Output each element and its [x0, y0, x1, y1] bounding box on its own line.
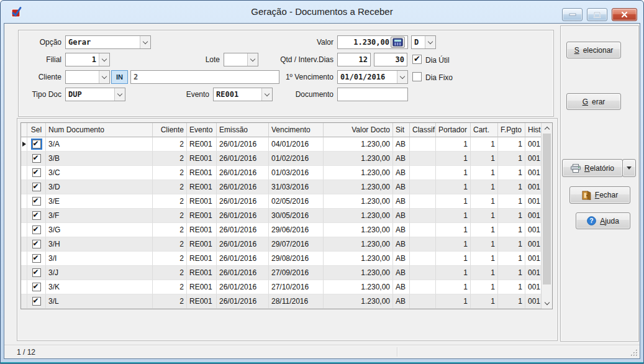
qtd-input[interactable]: 12 [337, 53, 371, 66]
cell-classif [410, 166, 436, 180]
documento-input[interactable] [337, 88, 408, 101]
interv-dias-input[interactable]: 30 [374, 53, 407, 66]
chevron-down-icon[interactable] [114, 88, 125, 101]
cell-portador: 1 [436, 237, 471, 252]
maximize-button[interactable] [587, 8, 607, 21]
filial-select[interactable]: 1 [65, 53, 110, 66]
table-row[interactable]: 3/A 2 RE001 26/01/2016 04/01/2016 1.230,… [21, 137, 541, 152]
opcao-select[interactable]: Gerar [65, 35, 151, 49]
table-row[interactable]: 3/G 2 RE001 26/01/2016 29/06/2016 1.230,… [21, 223, 541, 237]
row-checkbox[interactable] [32, 283, 41, 291]
tipo-doc-select[interactable]: DUP [65, 88, 125, 101]
row-checkbox[interactable] [32, 168, 41, 177]
minimize-button[interactable] [562, 8, 583, 21]
col-header-classif[interactable]: Classif. [410, 123, 436, 137]
chevron-down-icon[interactable] [99, 53, 109, 66]
row-checkbox[interactable] [32, 183, 41, 191]
cell-valor-docto: 1.230,00 [324, 180, 393, 194]
row-indicator [21, 280, 27, 294]
cell-classif [410, 280, 436, 294]
cell-valor-docto: 1.230,00 [324, 209, 393, 223]
calculator-button[interactable] [391, 37, 405, 48]
title-bar[interactable]: Geração - Documentos a Receber [4, 1, 640, 23]
cell-emissao: 26/01/2016 [217, 223, 269, 237]
table-row[interactable]: 3/C 2 RE001 26/01/2016 01/03/2016 1.230,… [21, 166, 541, 180]
dia-util-label: Dia Útil [425, 56, 450, 65]
col-header-vencimento[interactable]: Vencimento [269, 123, 324, 137]
row-checkbox[interactable] [32, 225, 41, 234]
row-checkbox[interactable] [32, 240, 41, 248]
chevron-down-icon[interactable] [140, 36, 150, 48]
dia-util-checkbox[interactable] [412, 55, 422, 64]
gerar-button[interactable]: Gerar [566, 93, 621, 110]
row-checkbox[interactable] [32, 268, 41, 277]
dia-fixo-checkbox[interactable] [412, 72, 422, 81]
table-row[interactable]: 3/F 2 RE001 26/01/2016 30/05/2016 1.230,… [21, 209, 541, 223]
window-bottom-edge [1, 362, 643, 363]
table-row[interactable]: 3/J 2 RE001 26/01/2016 27/09/2016 1.230,… [21, 266, 541, 280]
table-row[interactable]: 3/E 2 RE001 26/01/2016 02/05/2016 1.230,… [21, 194, 541, 209]
col-header-hist[interactable]: Hist. [525, 123, 541, 137]
table-row[interactable]: 3/B 2 RE001 26/01/2016 01/02/2016 1.230,… [21, 152, 541, 166]
chevron-down-icon[interactable] [99, 71, 109, 83]
col-header-portador[interactable]: Portador [436, 123, 471, 137]
relatorio-button[interactable]: Relatório [562, 159, 623, 177]
cell-cart: 1 [471, 194, 498, 209]
cell-sel [27, 223, 46, 237]
scroll-down-icon[interactable] [542, 298, 552, 309]
cell-hist: 001 [525, 237, 541, 252]
valor-unit-select[interactable]: D [411, 35, 436, 49]
cell-vencimento: 29/07/2016 [269, 237, 324, 252]
col-header-evento[interactable]: Evento [187, 123, 217, 137]
row-checkbox[interactable] [32, 211, 41, 220]
scrollbar-thumb[interactable] [543, 134, 551, 284]
cell-valor-docto: 1.230,00 [324, 252, 393, 266]
row-checkbox[interactable] [32, 197, 41, 206]
col-header-num-documento[interactable]: Num Documento [46, 123, 153, 137]
cell-cliente: 2 [153, 152, 187, 166]
cell-cart: 1 [471, 209, 498, 223]
ajuda-button[interactable]: ? Ajuda [576, 212, 630, 229]
cell-fpgto: 1 [498, 194, 525, 209]
col-header-cart[interactable]: Cart. [471, 123, 498, 137]
cell-sit: AB [393, 280, 410, 294]
cell-sit: AB [393, 266, 410, 280]
row-checkbox[interactable] [32, 254, 41, 263]
cell-valor-docto: 1.230,00 [324, 294, 393, 309]
chevron-down-icon[interactable] [425, 36, 435, 48]
table-row[interactable]: 3/L 2 RE001 26/01/2016 28/11/2016 1.230,… [21, 294, 541, 309]
fechar-button[interactable]: Fechar [569, 186, 630, 204]
col-header-emissao[interactable]: Emissão [217, 123, 269, 137]
chevron-down-icon[interactable] [397, 71, 407, 83]
close-button[interactable] [612, 8, 637, 21]
record-position: 1 / 12 [4, 348, 35, 357]
cell-valor-docto: 1.230,00 [324, 166, 393, 180]
row-checkbox[interactable] [32, 297, 41, 306]
col-header-valor-docto[interactable]: Valor Docto [324, 123, 393, 137]
selecionar-button[interactable]: Selecionar [566, 42, 621, 58]
primeiro-vencimento-datepicker[interactable]: 01/01/2016 [337, 70, 408, 84]
grid-scrollbar[interactable] [541, 123, 552, 309]
table-row[interactable]: 3/I 2 RE001 26/01/2016 29/08/2016 1.230,… [21, 252, 541, 266]
scroll-up-icon[interactable] [542, 123, 552, 134]
cell-evento: RE001 [187, 166, 217, 180]
in-filter-button[interactable]: IN [111, 70, 128, 84]
interv-dias-value: 30 [377, 55, 404, 64]
col-header-fpgto[interactable]: F.Pgto [498, 123, 525, 137]
cell-hist: 001 [525, 280, 541, 294]
relatorio-dropdown-button[interactable] [622, 159, 636, 177]
cell-portador: 1 [436, 252, 471, 266]
col-header-sel[interactable]: Sel [27, 123, 46, 137]
valor-input[interactable]: 1.230,00 [337, 35, 408, 49]
resize-grip[interactable] [630, 349, 638, 357]
cell-vencimento: 01/03/2016 [269, 166, 324, 180]
col-header-cliente[interactable]: Cliente [153, 123, 187, 137]
cell-fpgto: 1 [498, 294, 525, 309]
row-checkbox[interactable] [32, 154, 41, 163]
row-checkbox[interactable] [32, 140, 41, 148]
table-row[interactable]: 3/D 2 RE001 26/01/2016 31/03/2016 1.230,… [21, 180, 541, 194]
col-header-sit[interactable]: Sit [393, 123, 410, 137]
cliente-select[interactable] [65, 70, 110, 84]
table-row[interactable]: 3/H 2 RE001 26/01/2016 29/07/2016 1.230,… [21, 237, 541, 252]
table-row[interactable]: 3/K 2 RE001 26/01/2016 27/10/2016 1.230,… [21, 280, 541, 294]
